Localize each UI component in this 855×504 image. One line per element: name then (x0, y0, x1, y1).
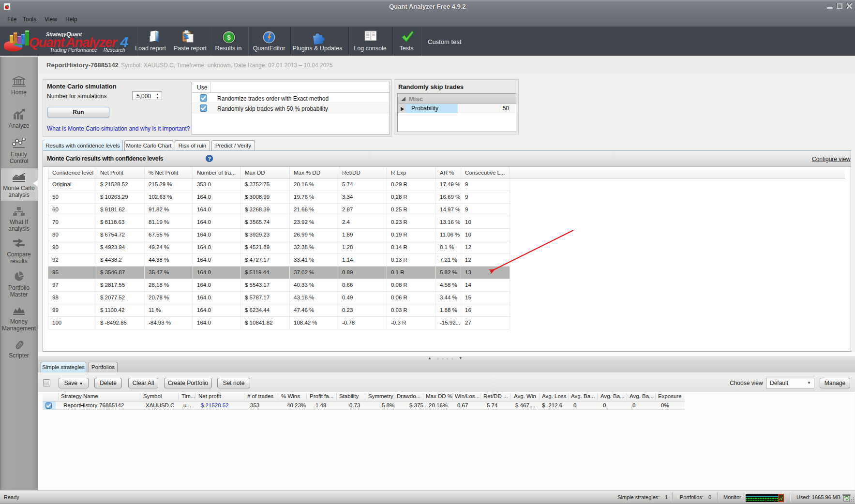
svg-text:?: ? (208, 156, 211, 162)
svg-text:$: $ (227, 34, 231, 41)
